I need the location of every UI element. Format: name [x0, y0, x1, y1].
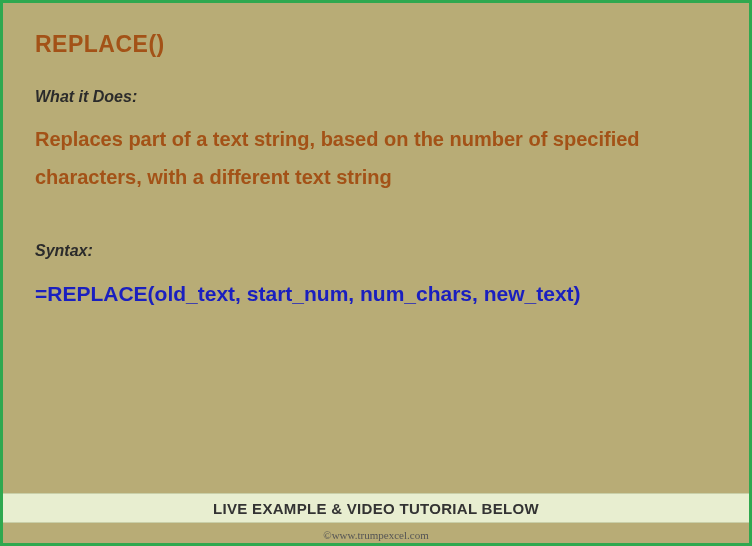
- function-title: REPLACE(): [35, 31, 717, 58]
- content-area: REPLACE() What it Does: Replaces part of…: [3, 3, 749, 314]
- footer-banner: LIVE EXAMPLE & VIDEO TUTORIAL BELOW: [3, 493, 749, 523]
- function-description: Replaces part of a text string, based on…: [35, 120, 717, 196]
- document-frame: REPLACE() What it Does: Replaces part of…: [0, 0, 752, 546]
- syntax-formula: =REPLACE(old_text, start_num, num_chars,…: [35, 274, 717, 314]
- syntax-label: Syntax:: [35, 242, 717, 260]
- attribution-text: ©www.trumpexcel.com: [3, 529, 749, 541]
- what-it-does-label: What it Does:: [35, 88, 717, 106]
